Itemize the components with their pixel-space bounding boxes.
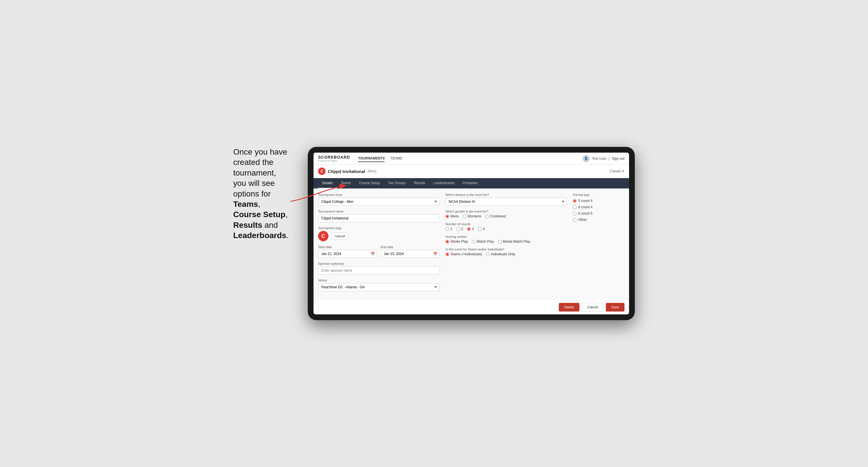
annotation-line5: options for (233, 189, 271, 198)
rounds-1-label[interactable]: 1 (445, 227, 452, 231)
format-6count5-radio[interactable] (573, 212, 577, 215)
venue-label: Venue (318, 279, 440, 282)
gender-mens-radio[interactable] (445, 215, 449, 218)
logo-preview: C (318, 231, 329, 241)
rounds-2-label[interactable]: 2 (456, 227, 463, 231)
gender-combined-label[interactable]: Combined (485, 214, 506, 218)
division-select[interactable]: NCAA Division III (445, 198, 567, 206)
sponsor-group: Sponsor (optional) (318, 262, 440, 275)
scoring-match-label[interactable]: Match Play (472, 240, 494, 244)
annotation-line2: created the (233, 158, 273, 167)
date-row-group: Start date 📅 End date 📅 (318, 245, 440, 258)
tournament-logo-label: Tournament logo (318, 226, 440, 230)
start-date-wrap: 📅 (318, 250, 377, 258)
sponsor-input[interactable] (318, 267, 440, 275)
tournament-name-label: Tournament name (318, 210, 440, 213)
save-button[interactable]: Save (606, 303, 624, 312)
annotation-line3: tournament, (233, 168, 276, 177)
end-date-wrap: 📅 (381, 250, 440, 258)
teams-individuals-label[interactable]: Individuals Only (486, 252, 515, 256)
logo-row: C Upload (318, 231, 440, 241)
tab-course-setup[interactable]: Course Setup (355, 178, 384, 188)
teams-combined-label[interactable]: Teams (+Individuals) (445, 252, 482, 256)
cancel-tournament-button[interactable]: Cancel ✕ (610, 169, 624, 173)
end-date-group: End date 📅 (381, 245, 440, 258)
form-footer: Delete Cancel Save (313, 300, 629, 314)
annotation-bold2: Course Setup (233, 210, 285, 219)
end-date-label: End date (381, 245, 440, 249)
rounds-4-radio[interactable] (478, 227, 482, 231)
start-date-group: Start date 📅 (318, 245, 377, 258)
rounds-group: Number of rounds 1 2 (445, 222, 567, 231)
annotation-line1: Once you have (233, 148, 287, 156)
form-middle-col: Which division is the event for? NCAA Di… (445, 193, 567, 295)
format-6count5-label: 6 count 5 (578, 211, 592, 215)
nav-links: TOURNAMENTS TEAMS (358, 155, 402, 162)
teams-individuals-radio[interactable] (486, 252, 490, 256)
gender-combined-radio[interactable] (485, 215, 489, 218)
gender-mens-label[interactable]: Mens (445, 214, 459, 218)
rounds-3-label[interactable]: 3 (467, 227, 474, 231)
upload-button[interactable]: Upload (331, 232, 349, 240)
tournament-title-row: C Clippd Invitational (Men) (318, 167, 376, 175)
rounds-radio-group: 1 2 3 4 (445, 227, 567, 231)
venue-select[interactable]: Peachtree GC - Atlanta - GA (318, 283, 440, 291)
format-6count4-radio[interactable] (573, 206, 577, 209)
tab-tee-groups[interactable]: Tee Groups (384, 178, 410, 188)
sponsor-label: Sponsor (optional) (318, 262, 440, 266)
user-name: Test User (592, 157, 607, 161)
rounds-2-radio[interactable] (456, 227, 460, 231)
tab-printables[interactable]: Printables (459, 178, 482, 188)
nav-link-teams[interactable]: TEAMS (391, 155, 402, 162)
user-avatar: 👤 (583, 155, 589, 162)
division-label: Which division is the event for? (445, 193, 567, 196)
logo-area: SCOREBOARD Powered by clippd (318, 155, 350, 162)
tournament-division: (Men) (368, 169, 376, 173)
start-date-input[interactable] (318, 250, 377, 258)
rounds-4-label[interactable]: 4 (478, 227, 485, 231)
gender-group: Which gender is the event for? Mens Wome… (445, 210, 567, 218)
signout-link[interactable]: Sign out (612, 157, 624, 161)
tab-results[interactable]: Results (410, 178, 429, 188)
nav-left: SCOREBOARD Powered by clippd TOURNAMENTS… (318, 155, 402, 162)
format-6count4-option: 6 count 4 (573, 205, 624, 209)
scoring-match-radio[interactable] (472, 240, 475, 244)
annotation-bold4: Leaderboards (233, 231, 286, 240)
scoring-label: Scoring system (445, 235, 567, 238)
cancel-button[interactable]: Cancel (582, 303, 603, 312)
scoring-medal-match-label[interactable]: Medal Match Play (498, 240, 530, 244)
tablet-device: SCOREBOARD Powered by clippd TOURNAMENTS… (308, 147, 635, 320)
format-6count5-option: 6 count 5 (573, 211, 624, 215)
format-5count4-radio[interactable] (573, 199, 577, 203)
form-left-col: Tournament Host Clippd College - Men Tou… (318, 193, 440, 295)
rounds-3-radio[interactable] (467, 227, 471, 231)
tournament-name: Clippd Invitational (328, 169, 365, 174)
end-date-input[interactable] (381, 250, 440, 258)
nav-separator: | (609, 157, 610, 161)
venue-group: Venue Peachtree GC - Atlanta - GA (318, 279, 440, 291)
gender-womens-radio[interactable] (463, 215, 466, 218)
nav-link-tournaments[interactable]: TOURNAMENTS (358, 155, 385, 162)
teams-label: Is this event for Teams and/or Individua… (445, 248, 567, 251)
format-5count4-option: 5 count 4 (573, 199, 624, 203)
tournament-name-group: Tournament name (318, 210, 440, 222)
nav-right: 👤 Test User | Sign out (583, 155, 624, 162)
logo-text: SCOREBOARD (318, 155, 350, 159)
scoring-medal-match-radio[interactable] (498, 240, 502, 244)
teams-combined-radio[interactable] (445, 252, 449, 256)
format-other-radio[interactable] (573, 218, 577, 222)
annotation-block: Once you have created the tournament, yo… (233, 147, 296, 241)
gender-womens-label[interactable]: Womens (463, 214, 481, 218)
tab-leaderboards[interactable]: Leaderboards (429, 178, 458, 188)
tournament-header: C Clippd Invitational (Men) Cancel ✕ (313, 165, 629, 178)
scoring-stroke-radio[interactable] (445, 240, 449, 244)
rounds-1-radio[interactable] (445, 227, 449, 231)
start-date-calendar-icon: 📅 (371, 252, 375, 256)
end-date-calendar-icon: 📅 (433, 252, 437, 256)
delete-button[interactable]: Delete (559, 303, 580, 312)
annotation-line4: you will see (233, 179, 275, 188)
teams-radio-group: Teams (+Individuals) Individuals Only (445, 252, 567, 256)
tournament-name-input[interactable] (318, 214, 440, 222)
scoring-stroke-label[interactable]: Stroke Play (445, 240, 468, 244)
format-col: Format type 5 count 4 6 count 4 6 count … (573, 193, 624, 295)
